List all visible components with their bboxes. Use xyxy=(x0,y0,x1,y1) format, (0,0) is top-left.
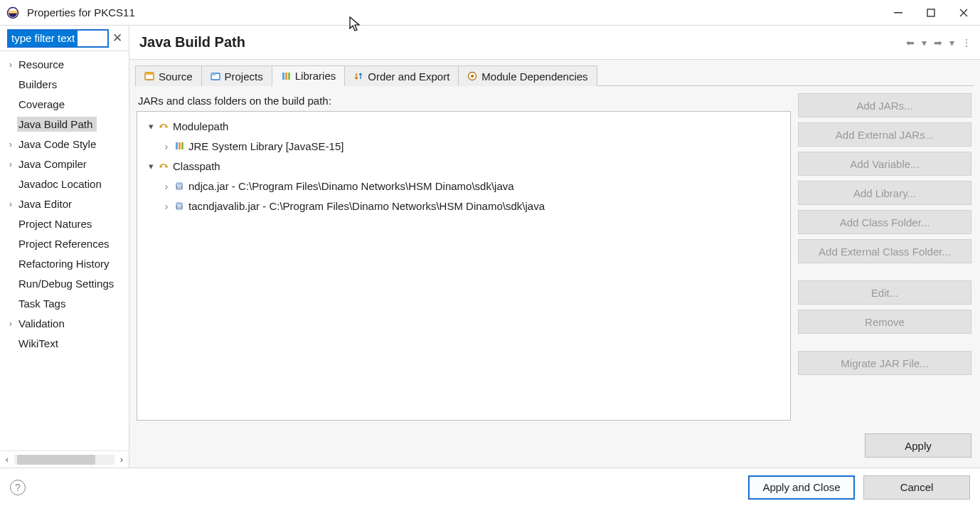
svg-point-14 xyxy=(159,125,161,127)
scroll-track[interactable] xyxy=(14,455,114,465)
chevron-right-icon[interactable] xyxy=(160,180,173,192)
tab-libraries[interactable]: Libraries xyxy=(272,65,346,86)
chevron-right-icon[interactable] xyxy=(160,200,173,212)
buildpath-row[interactable]: JRE System Library [JavaSE-15] xyxy=(140,136,787,156)
page-title: Java Build Path xyxy=(139,34,906,51)
chevron-down-icon[interactable] xyxy=(144,121,157,132)
add-variable-button[interactable]: Add Variable... xyxy=(798,152,971,176)
buildpath-caption: JARs and class folders on the build path… xyxy=(137,93,791,111)
sidebar-item-label: Coverage xyxy=(17,97,69,112)
sidebar-item[interactable]: WikiText xyxy=(0,333,129,353)
jar-icon: 010 xyxy=(173,181,186,191)
forward-icon[interactable]: ➡ xyxy=(934,37,942,48)
close-button[interactable] xyxy=(947,0,980,26)
scroll-left-icon[interactable]: ‹ xyxy=(0,454,14,465)
minimize-button[interactable] xyxy=(882,0,915,26)
add-class-folder-button[interactable]: Add Class Folder... xyxy=(798,210,971,234)
sidebar-item[interactable]: Java Build Path xyxy=(0,114,129,134)
properties-tree[interactable]: ›ResourceBuildersCoverageJava Build Path… xyxy=(0,51,129,450)
svg-rect-3 xyxy=(894,12,902,14)
clear-filter-icon[interactable]: ✕ xyxy=(109,31,126,46)
tab-bar: Source Projects Libraries xyxy=(129,60,980,86)
projects-icon xyxy=(211,71,220,81)
chevron-right-icon[interactable] xyxy=(160,140,173,152)
sidebar-item[interactable]: ›Java Code Style xyxy=(0,134,129,154)
tab-source[interactable]: Source xyxy=(135,65,202,86)
buildpath-row[interactable]: Modulepath xyxy=(140,116,787,136)
tab-label: Source xyxy=(159,70,193,83)
edit-button[interactable]: Edit... xyxy=(798,280,971,305)
maximize-button[interactable] xyxy=(915,0,947,26)
sidebar-item-label: Java Compiler xyxy=(17,157,91,172)
sidebar-item[interactable]: ›Java Editor xyxy=(0,194,129,214)
library-icon xyxy=(173,141,186,151)
sidebar-item[interactable]: Builders xyxy=(0,74,129,94)
svg-point-20 xyxy=(165,165,167,167)
svg-rect-2 xyxy=(9,12,17,13)
sidebar-item-label: Validation xyxy=(17,316,69,331)
filter-placeholder: type filter text xyxy=(9,31,78,46)
add-external-class-folder-button[interactable]: Add External Class Folder... xyxy=(798,239,971,263)
sidebar-item[interactable]: ›Java Compiler xyxy=(0,154,129,174)
svg-rect-9 xyxy=(282,73,284,80)
tab-label: Libraries xyxy=(295,70,336,82)
cancel-button[interactable]: Cancel xyxy=(863,475,970,500)
chevron-right-icon[interactable]: › xyxy=(4,318,17,329)
chevron-right-icon[interactable]: › xyxy=(4,59,17,70)
chevron-right-icon[interactable]: › xyxy=(4,159,17,169)
svg-point-13 xyxy=(471,75,474,78)
back-icon[interactable]: ⬅ xyxy=(906,37,915,48)
chevron-right-icon[interactable]: › xyxy=(4,139,17,149)
back-menu-icon[interactable]: ▾ xyxy=(922,37,927,48)
sidebar-item-label: Builders xyxy=(17,77,61,92)
forward-menu-icon[interactable]: ▾ xyxy=(949,37,954,48)
help-icon[interactable]: ? xyxy=(10,480,26,495)
svg-rect-18 xyxy=(181,142,183,149)
buildpath-tree[interactable]: ModulepathJRE System Library [JavaSE-15]… xyxy=(137,111,791,421)
sidebar: type filter text ✕ ›ResourceBuildersCove… xyxy=(0,26,129,468)
svg-text:010: 010 xyxy=(176,205,183,209)
sidebar-item[interactable]: Task Tags xyxy=(0,293,129,313)
svg-rect-10 xyxy=(285,73,287,80)
sidebar-item[interactable]: Project References xyxy=(0,233,129,253)
sidebar-hscrollbar[interactable]: ‹ › xyxy=(0,450,129,468)
svg-rect-4 xyxy=(927,9,934,16)
titlebar: Properties for PKCS11 xyxy=(0,0,980,26)
buildpath-row[interactable]: Classpath xyxy=(140,156,787,176)
migrate-jar-button[interactable]: Migrate JAR File... xyxy=(798,351,971,375)
add-external-jars-button[interactable]: Add External JARs... xyxy=(798,122,971,147)
buildpath-row[interactable]: 010ndjca.jar - C:\Program Files\Dinamo N… xyxy=(140,176,787,196)
sidebar-item[interactable]: Coverage xyxy=(0,94,129,114)
buildpath-row[interactable]: 010tacndjavalib.jar - C:\Program Files\D… xyxy=(140,196,787,216)
sidebar-item-label: Java Editor xyxy=(17,196,76,211)
view-menu-icon[interactable]: ⋮ xyxy=(962,37,971,48)
filter-input[interactable]: type filter text xyxy=(7,29,109,48)
sidebar-item[interactable]: Run/Debug Settings xyxy=(0,273,129,293)
tab-module-deps[interactable]: Module Dependencies xyxy=(459,65,597,86)
apply-and-close-button[interactable]: Apply and Close xyxy=(748,475,855,500)
sidebar-item[interactable]: ›Resource xyxy=(0,54,129,74)
page-header: Java Build Path ⬅ ▾ ➡ ▾ ⋮ xyxy=(129,26,980,60)
sidebar-item[interactable]: Refactoring History xyxy=(0,253,129,273)
sidebar-item-label: WikiText xyxy=(17,336,63,351)
tab-projects[interactable]: Projects xyxy=(202,65,272,86)
add-library-button[interactable]: Add Library... xyxy=(798,181,971,205)
sidebar-item-label: Project References xyxy=(17,236,114,251)
sidebar-item[interactable]: ›Validation xyxy=(0,313,129,333)
jar-icon: 010 xyxy=(173,201,186,211)
sidebar-item[interactable]: Project Natures xyxy=(0,214,129,233)
svg-text:010: 010 xyxy=(176,185,183,189)
scroll-thumb[interactable] xyxy=(17,455,95,465)
chevron-down-icon[interactable] xyxy=(144,161,157,172)
sidebar-item-label: Resource xyxy=(17,57,68,72)
buildpath-row-label: ndjca.jar - C:\Program Files\Dinamo Netw… xyxy=(186,180,514,192)
remove-button[interactable]: Remove xyxy=(798,310,971,334)
tab-label: Projects xyxy=(225,70,263,83)
tab-order-export[interactable]: Order and Export xyxy=(345,65,459,86)
apply-button[interactable]: Apply xyxy=(865,433,971,458)
add-jars-button[interactable]: Add JARs... xyxy=(798,93,971,117)
scroll-right-icon[interactable]: › xyxy=(114,454,129,465)
sidebar-item[interactable]: Javadoc Location xyxy=(0,174,129,194)
svg-rect-8 xyxy=(211,73,215,75)
chevron-right-icon[interactable]: › xyxy=(4,199,17,209)
